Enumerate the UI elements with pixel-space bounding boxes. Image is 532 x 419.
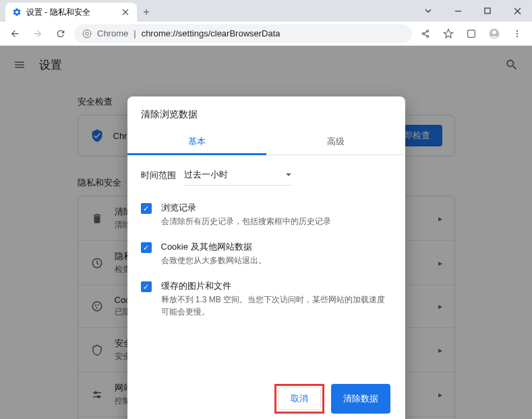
extensions-icon[interactable] bbox=[462, 24, 481, 43]
svg-point-2 bbox=[86, 32, 89, 35]
time-range-select[interactable]: 过去一小时 bbox=[184, 165, 292, 186]
url-box[interactable]: Chrome | chrome://settings/clearBrowserD… bbox=[74, 24, 412, 43]
tab-title: 设置 - 隐私和安全 bbox=[26, 7, 90, 18]
window-maximize-icon[interactable] bbox=[473, 0, 502, 22]
url-path: chrome://settings/clearBrowserData bbox=[142, 28, 280, 38]
checkbox-cache[interactable]: ✓ bbox=[141, 281, 152, 292]
nav-forward-button[interactable] bbox=[28, 24, 47, 43]
address-bar: Chrome | chrome://settings/clearBrowserD… bbox=[0, 22, 532, 46]
menu-dots-icon[interactable] bbox=[508, 24, 527, 43]
checkbox-cookies[interactable]: ✓ bbox=[141, 242, 152, 253]
svg-point-11 bbox=[516, 35, 518, 36]
url-prefix: Chrome bbox=[97, 28, 128, 38]
dialog-title: 清除浏览数据 bbox=[127, 96, 405, 129]
dropdown-caret-icon bbox=[285, 173, 292, 177]
share-icon[interactable] bbox=[416, 24, 435, 43]
svg-point-3 bbox=[422, 32, 424, 34]
settings-gear-icon bbox=[12, 7, 22, 17]
window-close-icon[interactable] bbox=[502, 0, 532, 22]
tab-advanced[interactable]: 高级 bbox=[266, 129, 405, 155]
cancel-button[interactable]: 取消 bbox=[278, 387, 321, 410]
window-dropdown-icon[interactable] bbox=[413, 0, 443, 22]
svg-rect-6 bbox=[468, 30, 475, 37]
browser-tab[interactable]: 设置 - 隐私和安全 bbox=[5, 3, 137, 22]
svg-point-4 bbox=[427, 30, 429, 32]
bookmark-icon[interactable] bbox=[439, 24, 458, 43]
tab-close-icon[interactable] bbox=[121, 7, 130, 17]
svg-point-9 bbox=[516, 30, 518, 31]
time-range-label: 时间范围 bbox=[141, 169, 176, 181]
profile-icon[interactable] bbox=[485, 24, 504, 43]
browser-titlebar: 设置 - 隐私和安全 + bbox=[0, 0, 532, 22]
window-minimize-icon[interactable] bbox=[443, 0, 473, 22]
nav-back-button[interactable] bbox=[5, 24, 24, 43]
svg-point-10 bbox=[516, 32, 518, 34]
window-controls bbox=[413, 0, 532, 22]
svg-point-5 bbox=[427, 35, 429, 37]
dialog-actions: 取消 清除数据 bbox=[127, 372, 405, 419]
svg-point-1 bbox=[83, 30, 91, 38]
nav-reload-button[interactable] bbox=[51, 24, 70, 43]
cancel-highlight: 取消 bbox=[274, 384, 324, 414]
tab-basic[interactable]: 基本 bbox=[127, 129, 266, 155]
svg-point-8 bbox=[492, 30, 496, 34]
check-row-history: ✓ 浏览记录 会清除所有历史记录，包括搜索框中的历史记录 bbox=[127, 195, 405, 234]
svg-rect-0 bbox=[485, 8, 490, 13]
chrome-logo-icon bbox=[82, 29, 92, 38]
time-range-row: 时间范围 过去一小时 bbox=[127, 155, 405, 195]
clear-browsing-data-dialog: 清除浏览数据 基本 高级 时间范围 过去一小时 ✓ 浏览记录 会清除所有历史记录… bbox=[127, 96, 405, 419]
checkbox-history[interactable]: ✓ bbox=[141, 203, 152, 214]
check-row-cookies: ✓ Cookie 及其他网站数据 会致使您从大多数网站退出。 bbox=[127, 234, 405, 273]
clear-data-button[interactable]: 清除数据 bbox=[331, 384, 390, 414]
check-row-cache: ✓ 缓存的图片和文件 释放不到 1.3 MB 空间。当您下次访问时，某些网站的加… bbox=[127, 273, 405, 325]
dialog-tabs: 基本 高级 bbox=[127, 129, 405, 155]
new-tab-button[interactable]: + bbox=[137, 3, 156, 22]
modal-overlay: 清除浏览数据 基本 高级 时间范围 过去一小时 ✓ 浏览记录 会清除所有历史记录… bbox=[0, 46, 532, 419]
